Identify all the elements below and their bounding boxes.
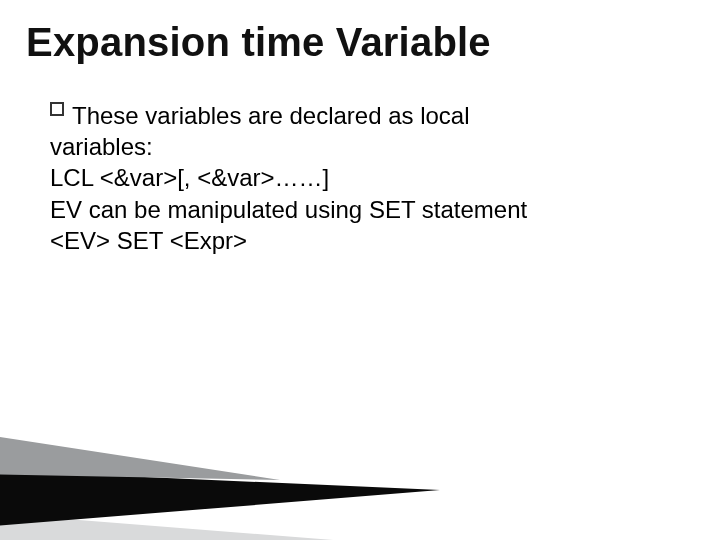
body-line-3: LCL <&var>[, <&var>……] <box>50 162 680 193</box>
body-text: These variables are declared as local va… <box>50 100 680 256</box>
decorative-wedge-icon <box>0 390 460 540</box>
body-line-1-first: These <box>72 102 139 129</box>
slide: Expansion time Variable These variables … <box>0 0 720 540</box>
body-line-5: <EV> SET <Expr> <box>50 225 680 256</box>
body-line-4: EV can be manipulated using SET statemen… <box>50 194 680 225</box>
svg-marker-1 <box>0 460 440 540</box>
body-line-1-rest: variables are declared as local <box>139 102 470 129</box>
body-line-1: These variables are declared as local <box>50 100 680 131</box>
svg-marker-0 <box>0 505 460 540</box>
slide-title: Expansion time Variable <box>26 20 491 65</box>
svg-marker-2 <box>0 400 280 480</box>
body-line-2: variables: <box>50 131 680 162</box>
